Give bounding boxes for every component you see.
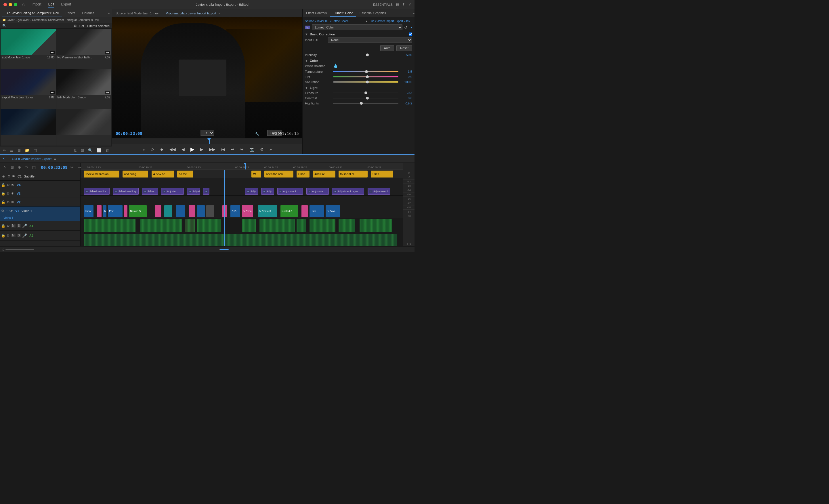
media-item-4[interactable] <box>1 109 56 146</box>
auto-button[interactable]: Auto <box>380 45 394 51</box>
view-icon[interactable]: ⊟ <box>80 148 85 153</box>
share-icon[interactable]: ⬆ <box>402 3 405 6</box>
panel-icon[interactable]: ▤ <box>396 3 399 6</box>
a1-solo-btn[interactable]: S <box>17 224 21 227</box>
v3-lock-icon[interactable]: 🔒 <box>1 191 5 195</box>
delete-icon[interactable]: 🗑 <box>104 148 110 153</box>
a2-lock-icon[interactable]: 🔒 <box>1 233 5 238</box>
audio-clip-a2-0[interactable] <box>84 234 396 246</box>
settings-btn[interactable]: ⚙ <box>258 146 265 153</box>
tint-slider[interactable] <box>333 76 398 77</box>
audio-clip-a1-7[interactable] <box>310 219 335 232</box>
audio-clip-a1-2[interactable] <box>185 219 195 232</box>
a1-lock-icon[interactable]: 🔒 <box>1 224 5 228</box>
media-item-5[interactable] <box>57 109 112 146</box>
step-fwd-btn[interactable]: ▶▶ <box>207 146 217 153</box>
vc-pink-1[interactable] <box>124 205 127 217</box>
minimize-button[interactable] <box>9 3 12 6</box>
tab-effects[interactable]: Effects <box>62 10 78 16</box>
v2-settings-icon[interactable]: ⚙ <box>7 200 10 204</box>
subtitle-clip-9[interactable]: Use t... <box>371 171 393 178</box>
basic-correction-toggle[interactable]: ▼ <box>305 33 308 36</box>
vc-pink-3[interactable] <box>189 205 195 217</box>
vc-gray-0[interactable] <box>206 205 214 217</box>
vc-fx[interactable]: fx <box>103 205 106 217</box>
right-panel-menu-icon[interactable]: » <box>413 11 414 15</box>
linked-select-btn[interactable]: ⊕ <box>17 165 22 170</box>
vc-teal-0[interactable] <box>164 205 172 217</box>
reset-button[interactable]: Reset <box>396 45 412 51</box>
forward-btn[interactable]: ▶ <box>199 146 205 153</box>
exposure-slider[interactable] <box>333 93 398 93</box>
adj-clip-7[interactable]: fx Adju <box>261 188 274 195</box>
light-toggle[interactable]: ▼ <box>305 86 308 89</box>
a2-mute-btn[interactable]: M <box>11 233 15 237</box>
color-toggle[interactable]: ▼ <box>305 59 308 63</box>
vc-nested[interactable]: Nested S <box>129 205 147 217</box>
tab-essential-graphics[interactable]: Essential Graphics <box>356 9 390 17</box>
adj-clip-4[interactable]: fx Adjust <box>187 188 200 195</box>
step-back-btn[interactable]: ◀◀ <box>168 146 178 153</box>
overwrite-btn[interactable]: ↪ <box>239 146 245 153</box>
v3-vis-icon[interactable]: 👁 <box>11 191 14 195</box>
wrench-icon[interactable]: 🔧 <box>255 132 259 136</box>
adj-clip-8[interactable]: fx Adjustment L <box>277 188 303 195</box>
effect-name-select[interactable]: Lumetri Color <box>312 25 402 30</box>
subtitle-clip-0[interactable]: review the files on ... <box>84 171 119 178</box>
sort-icon[interactable]: ⇅ <box>72 148 78 153</box>
subtitle-clip-2[interactable]: A new he... <box>152 171 174 178</box>
add-marker-btn[interactable]: ◇ <box>149 146 156 153</box>
highlights-slider[interactable] <box>333 103 398 104</box>
zoom-slider[interactable] <box>5 249 34 250</box>
a1-record-btn[interactable]: 🎤 <box>22 223 27 228</box>
fx-reset-icon[interactable]: ↺ <box>404 25 407 30</box>
vc-pink-2[interactable] <box>155 205 161 217</box>
audio-clip-a1-5[interactable] <box>259 219 295 232</box>
light-section-header[interactable]: ▼ Light <box>305 86 412 89</box>
track-select-btn[interactable]: ⊃ <box>24 165 29 170</box>
temperature-slider[interactable] <box>333 71 398 72</box>
tab-effect-controls[interactable]: Effect Controls <box>302 9 330 17</box>
audio-clip-a1-9[interactable] <box>360 219 392 232</box>
adj-clip-0[interactable]: fx Adjustment La <box>84 188 110 195</box>
mark-in-btn[interactable]: ⬦ <box>141 146 147 153</box>
s2-btn[interactable]: S <box>409 242 411 245</box>
adj-clip-1[interactable]: fx Adjustment Lay <box>113 188 139 195</box>
vc-save[interactable]: fx Save <box>326 205 340 217</box>
fit-select[interactable]: Fit <box>201 130 214 136</box>
program-monitor-menu[interactable]: ≡ <box>219 11 220 15</box>
audio-clip-a1-8[interactable] <box>338 219 355 232</box>
v2-vis-icon[interactable]: 👁 <box>11 200 14 204</box>
adj-clip-2[interactable]: fx Adjus <box>142 188 158 195</box>
vc-pink-5[interactable] <box>301 205 308 217</box>
basic-correction-checkbox[interactable] <box>409 33 412 36</box>
vc-pink-4[interactable] <box>222 205 227 217</box>
home-icon[interactable]: ⌂ <box>22 2 25 7</box>
fit-selector[interactable]: Fit <box>201 130 214 136</box>
vc-blue-0[interactable] <box>176 205 185 217</box>
adj-clip-11[interactable]: fx Adjustment L <box>368 188 390 195</box>
nav-edit[interactable]: Edit <box>48 1 55 8</box>
subtitle-clip-4[interactable]: W... <box>251 171 261 178</box>
fx-dropdown-icon[interactable]: ▾ <box>410 26 412 29</box>
v4-settings-icon[interactable]: ⚙ <box>7 183 10 187</box>
ripple-btn[interactable]: ◫ <box>31 165 37 170</box>
eyedropper-icon[interactable]: 💧 <box>333 64 338 68</box>
subtitle-clip-6[interactable]: Choo... <box>296 171 310 178</box>
v2-lock-icon[interactable]: 🔒 <box>1 200 5 204</box>
vc-hide[interactable]: Hide L <box>310 205 324 217</box>
audio-clip-a1-4[interactable] <box>242 219 256 232</box>
vc-nested2[interactable]: Nested S <box>281 205 298 217</box>
adj-clip-6[interactable]: fx Adju <box>245 188 258 195</box>
vc-pink-0[interactable] <box>97 205 102 217</box>
a2-settings-icon[interactable]: ⚙ <box>7 233 10 238</box>
close-button[interactable] <box>3 3 7 6</box>
vc-c13[interactable]: C13 <box>230 205 240 217</box>
subtitle-clip-3[interactable]: so the... <box>177 171 193 178</box>
adj-clip-10[interactable]: fx Adjustment Layer <box>332 188 364 195</box>
vc-blue-1[interactable] <box>197 205 205 217</box>
subtitle-clip-7[interactable]: And Pre... <box>313 171 335 178</box>
adj-clip-9[interactable]: fx Adjustme <box>307 188 329 195</box>
c1-icon[interactable]: ◈ <box>1 174 6 179</box>
contrast-slider[interactable] <box>333 98 398 98</box>
